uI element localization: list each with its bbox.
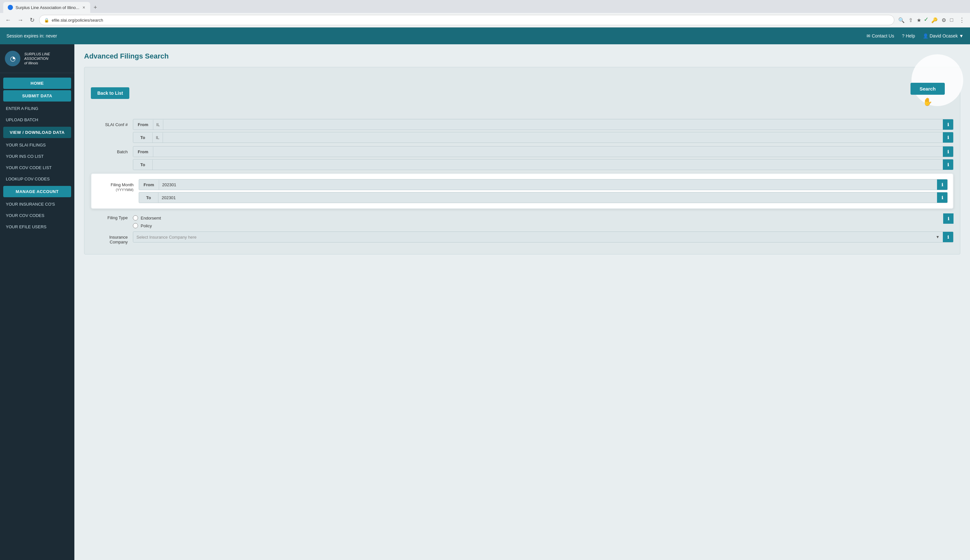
sidebar-item-your-efile-users[interactable]: YOUR EFILE USERS [0, 221, 74, 232]
batch-to-row: To ℹ [133, 159, 953, 170]
batch-to-label: To [133, 160, 153, 170]
back-nav-button[interactable]: ← [3, 15, 13, 25]
tab-close-button[interactable]: × [82, 5, 86, 10]
main-layout: ◔ SURPLUS LINE ASSOCIATION of Illinois H… [0, 44, 970, 560]
slai-conf-to-input[interactable] [163, 133, 943, 143]
reload-button[interactable]: ↻ [28, 15, 37, 25]
filing-month-inputs: From ℹ To ℹ [139, 179, 948, 203]
session-label: Session expires in: never [7, 33, 57, 38]
slai-conf-to-info-button[interactable]: ℹ [943, 132, 953, 143]
browser-tab-active[interactable]: Surplus Line Association of Illino... × [3, 2, 90, 13]
help-label: Help [906, 33, 915, 38]
back-to-list-button[interactable]: Back to List [91, 87, 129, 99]
extensions-icon[interactable]: ⚙ [940, 16, 947, 25]
tab-title: Surplus Line Association of Illino... [15, 5, 79, 10]
filing-type-label: Filing Type [91, 212, 133, 220]
help-link[interactable]: ? Help [902, 33, 915, 38]
policy-radio[interactable] [133, 223, 138, 228]
contact-us-link[interactable]: ✉ Contact Us [867, 33, 894, 38]
sidebar-item-your-slai-filings[interactable]: YOUR SLAI FILINGS [0, 139, 74, 151]
top-nav: Session expires in: never ✉ Contact Us ?… [0, 27, 970, 44]
batch-to-input[interactable] [153, 160, 943, 170]
insurance-company-select[interactable]: Select Insurance Company here [133, 232, 932, 242]
batch-label: Batch [91, 146, 133, 154]
insurance-company-label: Insurance Company [91, 232, 133, 245]
split-view-icon[interactable]: □ [949, 16, 955, 25]
more-options-button[interactable]: ⋮ [957, 15, 967, 25]
slai-conf-from-label: From [133, 120, 153, 130]
search-spotlight-container: Search ✋ [902, 74, 953, 113]
session-info: Session expires in: never [7, 33, 57, 38]
user-menu[interactable]: 👤 David Ocasek ▼ [923, 33, 963, 38]
batch-from-row: From ℹ [133, 146, 953, 157]
insurance-company-select-wrapper: Select Insurance Company here ▼ [133, 232, 943, 242]
slai-conf-from-info-button[interactable]: ℹ [943, 119, 953, 130]
filing-month-to-row: To ℹ [139, 192, 948, 203]
sidebar-item-lookup-cov-codes[interactable]: LOOKUP COV CODES [0, 173, 74, 185]
browser-toolbar: ← → ↻ 🔒 🔍 ⇧ ★ ✓ 🔑 ⚙ □ ⋮ [0, 13, 970, 27]
insurance-company-field-group: Insurance Company Select Insurance Compa… [91, 232, 953, 245]
sidebar-item-view-download[interactable]: VIEW / DOWNLOAD DATA [3, 127, 71, 138]
filing-month-from-info-button[interactable]: ℹ [937, 180, 947, 190]
sidebar-item-your-ins-co-list[interactable]: YOUR INS CO LIST [0, 151, 74, 162]
batch-from-info-button[interactable]: ℹ [943, 147, 953, 157]
search-action-area: Search ✋ [902, 74, 953, 107]
filing-month-to-label: To [139, 193, 158, 203]
app-wrapper: Session expires in: never ✉ Contact Us ?… [0, 27, 970, 560]
bookmark-icon[interactable]: ★ [915, 16, 922, 25]
slai-conf-field-group: SLAI Conf # From IL ℹ To IL [91, 119, 953, 143]
sidebar-item-your-cov-codes[interactable]: YOUR COV CODES [0, 210, 74, 221]
batch-to-info-button[interactable]: ℹ [943, 159, 953, 170]
dropdown-arrow-icon: ▼ [932, 235, 943, 239]
search-button[interactable]: Search [910, 83, 945, 95]
url-input[interactable] [52, 18, 890, 23]
insurance-company-inputs: Select Insurance Company here ▼ ℹ [133, 232, 953, 242]
sidebar-item-your-cov-code-list[interactable]: YOUR COV CODE LIST [0, 162, 74, 173]
endorsement-radio[interactable] [133, 215, 138, 220]
user-icon: 👤 [923, 33, 928, 38]
endorsement-label: Endorsemt [141, 216, 161, 220]
search-toolbar-icon[interactable]: 🔍 [897, 16, 906, 25]
forward-nav-button[interactable]: → [15, 15, 25, 25]
sidebar-item-your-insurance-cos[interactable]: YOUR INSURANCE CO'S [0, 198, 74, 210]
slai-conf-to-prefix: IL [153, 133, 163, 143]
sidebar-item-manage-account[interactable]: MANAGE ACCOUNT [3, 186, 71, 197]
filing-month-from-input[interactable] [159, 180, 937, 190]
insurance-company-row: Select Insurance Company here ▼ ℹ [133, 232, 953, 242]
sidebar: ◔ SURPLUS LINE ASSOCIATION of Illinois H… [0, 44, 74, 560]
sidebar-item-submit-data[interactable]: SUBMIT DATA [3, 90, 71, 102]
filing-type-info-button[interactable]: ℹ [943, 213, 953, 224]
logo-text: SURPLUS LINE ASSOCIATION of Illinois [24, 52, 50, 66]
batch-from-label: From [133, 147, 153, 157]
slai-conf-from-prefix: IL [153, 120, 163, 130]
batch-inputs: From ℹ To ℹ [133, 146, 953, 170]
slai-conf-from-input[interactable] [163, 120, 943, 130]
filing-type-endorsement[interactable]: Endorsemt [133, 215, 161, 220]
form-actions-top: Back to List Search ✋ [91, 74, 953, 113]
sidebar-item-upload-batch[interactable]: UPLOAD BATCH [0, 114, 74, 125]
content-inner: Advanced Filings Search Back to List Sea… [74, 44, 970, 262]
batch-from-input[interactable] [153, 147, 943, 157]
filing-type-policy[interactable]: Policy [133, 223, 161, 228]
search-form: Back to List Search ✋ SLAI Conf # [84, 67, 960, 255]
filing-type-field-group: Filing Type Endorsemt Policy [91, 212, 953, 228]
sidebar-item-home[interactable]: HOME [3, 78, 71, 89]
batch-field-group: Batch From ℹ To ℹ [91, 146, 953, 170]
filing-month-to-input[interactable] [158, 193, 937, 203]
top-nav-right: ✉ Contact Us ? Help 👤 David Ocasek ▼ [867, 33, 963, 38]
toolbar-icons: 🔍 ⇧ ★ ✓ 🔑 ⚙ □ [897, 16, 955, 25]
filing-month-to-info-button[interactable]: ℹ [937, 192, 947, 203]
content-area: Advanced Filings Search Back to List Sea… [74, 44, 970, 560]
filing-type-inputs: Endorsemt Policy ℹ [133, 212, 953, 228]
sidebar-item-enter-filing[interactable]: ENTER A FILING [0, 103, 74, 114]
slai-conf-from-row: From IL ℹ [133, 119, 953, 130]
insurance-company-info-button[interactable]: ℹ [943, 232, 953, 242]
share-icon[interactable]: ⇧ [907, 16, 914, 25]
slai-conf-inputs: From IL ℹ To IL ℹ [133, 119, 953, 143]
password-icon[interactable]: 🔑 [930, 16, 939, 25]
new-tab-button[interactable]: + [90, 3, 100, 12]
tab-favicon [8, 5, 13, 10]
filing-month-from-label: From [139, 180, 159, 190]
filing-month-from-row: From ℹ [139, 179, 948, 190]
user-name-label: David Ocasek [930, 33, 958, 38]
